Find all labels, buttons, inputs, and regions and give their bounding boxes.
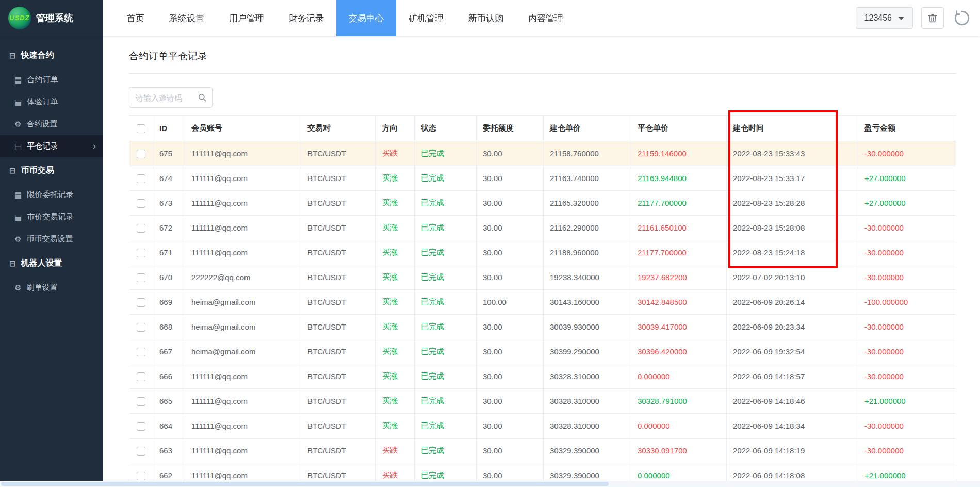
sidebar-item[interactable]: ⚙合约设置 <box>0 113 103 135</box>
column-header: ID <box>153 116 185 141</box>
row-checkbox[interactable] <box>137 224 145 233</box>
search-box <box>129 87 213 108</box>
cell-status: 已完成 <box>415 191 477 216</box>
row-checkbox[interactable] <box>137 273 145 282</box>
row-checkbox[interactable] <box>137 323 145 332</box>
cell-pair: BTC/USDT <box>301 141 376 166</box>
sidebar-item[interactable]: ▤体验订单 <box>0 91 103 113</box>
sidebar-section-label: 快速合约 <box>21 50 54 61</box>
sidebar-item-label: 体验订单 <box>27 97 58 107</box>
sidebar-section-label: 币币交易 <box>21 165 54 176</box>
brand-globe-icon: USDZ <box>8 7 31 29</box>
brand: USDZ 管理系统 <box>0 0 103 36</box>
trash-button[interactable] <box>921 7 944 29</box>
cell-direction: 买涨 <box>376 216 415 240</box>
cell-direction: 买涨 <box>376 290 415 315</box>
row-checkbox[interactable] <box>137 249 145 257</box>
cell-open_price: 30143.160000 <box>544 290 631 315</box>
cell-open_price: 21158.760000 <box>544 141 631 166</box>
scrollbar-thumb[interactable] <box>1 482 609 486</box>
sidebar-section[interactable]: ⊟币币交易 <box>0 157 103 184</box>
row-checkbox[interactable] <box>137 472 145 480</box>
sidebar-item[interactable]: ▤限价委托记录 <box>0 184 103 206</box>
column-header: 委托额度 <box>477 116 544 141</box>
cell-id: 667 <box>153 339 185 364</box>
collapse-icon: ⊟ <box>9 259 16 267</box>
cell-close_price: 21163.944800 <box>631 166 727 191</box>
topnav-item[interactable]: 新币认购 <box>456 0 516 36</box>
table-row: 665111111@qq.comBTC/USDT买涨已完成30.0030328.… <box>129 389 956 414</box>
topnav-item[interactable]: 首页 <box>115 0 157 36</box>
cell-id: 665 <box>153 389 185 414</box>
sidebar-item-label: 合约订单 <box>27 75 58 85</box>
topnav-item[interactable]: 系统设置 <box>157 0 217 36</box>
cell-pnl: -30.000000 <box>858 216 956 240</box>
user-dropdown[interactable]: 123456 <box>856 7 913 29</box>
sidebar-item[interactable]: ⚙币币交易设置 <box>0 228 103 250</box>
cell-direction: 买涨 <box>376 414 415 439</box>
cell-status: 已完成 <box>415 240 477 265</box>
cell-amount: 30.00 <box>477 216 544 240</box>
sidebar-section[interactable]: ⊟机器人设置 <box>0 250 103 277</box>
cell-amount: 30.00 <box>477 439 544 463</box>
cell-open_price: 30328.310000 <box>544 364 631 389</box>
row-checkbox[interactable] <box>137 298 145 307</box>
sidebar-section[interactable]: ⊟快速合约 <box>0 42 103 69</box>
cell-direction: 买涨 <box>376 339 415 364</box>
table-row: 668heima@gmail.comBTC/USDT买涨已完成30.003003… <box>129 315 956 339</box>
select-all-header <box>129 116 153 141</box>
cell-direction: 买涨 <box>376 315 415 339</box>
table-body: 675111111@qq.comBTC/USDT买跌已完成30.0021158.… <box>129 141 956 487</box>
topnav-item[interactable]: 内容管理 <box>516 0 576 36</box>
cell-amount: 30.00 <box>477 166 544 191</box>
logout-button[interactable] <box>952 8 972 28</box>
row-checkbox[interactable] <box>137 199 145 208</box>
select-all-checkbox[interactable] <box>137 124 145 133</box>
sidebar-item[interactable]: ▤合约订单 <box>0 69 103 91</box>
cell-close_price: 30328.791000 <box>631 389 727 414</box>
table-row: 669heima@gmail.comBTC/USDT买涨已完成100.00301… <box>129 290 956 315</box>
cell-pair: BTC/USDT <box>301 216 376 240</box>
row-checkbox[interactable] <box>137 372 145 381</box>
horizontal-scrollbar[interactable] <box>0 481 980 487</box>
cell-id: 674 <box>153 166 185 191</box>
cell-amount: 30.00 <box>477 191 544 216</box>
sidebar-item-label: 合约设置 <box>26 119 57 129</box>
sidebar-section-label: 机器人设置 <box>21 258 62 269</box>
cell-id: 670 <box>153 265 185 290</box>
row-checkbox[interactable] <box>137 150 145 158</box>
cell-account: 111111@qq.com <box>185 414 301 439</box>
cell-open_time: 2022-08-23 15:33:43 <box>727 141 858 166</box>
sidebar-item[interactable]: ▤平仓记录› <box>0 135 103 157</box>
row-checkbox[interactable] <box>137 447 145 456</box>
row-checkbox[interactable] <box>137 397 145 406</box>
cell-direction: 买涨 <box>376 364 415 389</box>
search-icon[interactable] <box>197 92 207 103</box>
topnav-item[interactable]: 财务记录 <box>276 0 336 36</box>
sidebar-item[interactable]: ▤市价交易记录 <box>0 206 103 228</box>
cell-id: 672 <box>153 216 185 240</box>
cell-open_time: 2022-07-02 20:13:10 <box>727 265 858 290</box>
topnav-item[interactable]: 用户管理 <box>217 0 276 36</box>
cell-open_time: 2022-06-09 20:26:14 <box>727 290 858 315</box>
topnav-item[interactable]: 矿机管理 <box>396 0 456 36</box>
sidebar: ⊟快速合约▤合约订单▤体验订单⚙合约设置▤平仓记录›⊟币币交易▤限价委托记录▤市… <box>0 36 103 487</box>
cell-open_price: 30328.310000 <box>544 389 631 414</box>
topnav-item[interactable]: 交易中心 <box>336 0 396 36</box>
row-checkbox[interactable] <box>137 422 145 431</box>
cell-amount: 30.00 <box>477 315 544 339</box>
topbar-right: 123456 <box>856 0 980 36</box>
cell-account: 111111@qq.com <box>185 389 301 414</box>
cell-open_price: 19238.340000 <box>544 265 631 290</box>
row-checkbox[interactable] <box>137 348 145 356</box>
table-row: 674111111@qq.comBTC/USDT买涨已完成30.0021163.… <box>129 166 956 191</box>
topbar: USDZ 管理系统 首页系统设置用户管理财务记录交易中心矿机管理新币认购内容管理… <box>0 0 980 36</box>
cell-direction: 买涨 <box>376 240 415 265</box>
cell-amount: 30.00 <box>477 389 544 414</box>
cell-account: 111111@qq.com <box>185 191 301 216</box>
cell-account: 111111@qq.com <box>185 166 301 191</box>
sidebar-item[interactable]: ⚙刷单设置 <box>0 277 103 299</box>
column-header: 会员账号 <box>185 116 301 141</box>
row-checkbox[interactable] <box>137 174 145 183</box>
list-icon: ▤ <box>14 191 22 199</box>
